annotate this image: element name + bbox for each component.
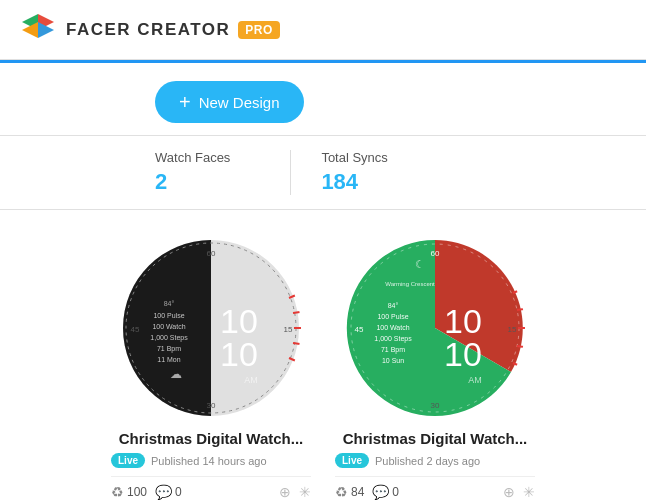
- hearts-count-1: 84: [351, 485, 364, 499]
- svg-text:1,000 Steps: 1,000 Steps: [150, 334, 188, 342]
- watch-meta-0: Live Published 14 hours ago: [111, 453, 311, 468]
- svg-text:15: 15: [508, 325, 517, 334]
- plus-icon: +: [179, 92, 191, 112]
- brand-name: FACER CREATOR: [66, 20, 230, 40]
- svg-text:1,000 Steps: 1,000 Steps: [374, 335, 412, 343]
- watches-grid: 60 30 45 15 84° 100 Pulse 100 Watch 1,00…: [0, 210, 646, 500]
- watch-card-0: 60 30 45 15 84° 100 Pulse 100 Watch 1,00…: [111, 238, 311, 500]
- svg-line-30: [517, 309, 524, 310]
- app-header: FACER CREATOR PRO: [0, 0, 646, 60]
- new-design-button[interactable]: + New Design: [155, 81, 304, 123]
- app-logo-icon: [20, 12, 56, 48]
- svg-line-12: [293, 312, 300, 313]
- total-syncs-stat: Total Syncs 184: [290, 150, 417, 195]
- svg-text:10: 10: [220, 335, 258, 373]
- published-text-1: Published 2 days ago: [375, 455, 480, 467]
- svg-text:☁: ☁: [170, 367, 182, 381]
- svg-text:84°: 84°: [164, 300, 175, 307]
- svg-text:30: 30: [207, 401, 216, 410]
- watch-faces-stat: Watch Faces 2: [155, 150, 260, 195]
- watch-faces-label: Watch Faces: [155, 150, 230, 165]
- hearts-count-0: 100: [127, 485, 147, 499]
- new-design-label: New Design: [199, 94, 280, 111]
- svg-text:45: 45: [355, 325, 364, 334]
- total-syncs-value: 184: [321, 169, 387, 195]
- svg-text:10: 10: [444, 335, 482, 373]
- svg-text:Warming Crescent: Warming Crescent: [385, 281, 435, 287]
- svg-text:☾: ☾: [415, 258, 425, 270]
- svg-text:100 Watch: 100 Watch: [152, 323, 185, 330]
- svg-text:100 Pulse: 100 Pulse: [153, 312, 184, 319]
- pro-badge: PRO: [238, 21, 280, 39]
- svg-text:11 Mon: 11 Mon: [157, 356, 180, 363]
- comment-icon-1: 💬: [372, 484, 389, 500]
- comment-icon-0: 💬: [155, 484, 172, 500]
- svg-text:45: 45: [131, 325, 140, 334]
- published-text-0: Published 14 hours ago: [151, 455, 267, 467]
- svg-line-32: [517, 346, 524, 347]
- watch-stats-0: ♻ 100 💬 0 ⊕ ✳: [111, 476, 311, 500]
- comments-count-0: 0: [175, 485, 182, 499]
- svg-text:60: 60: [207, 249, 216, 258]
- svg-text:60: 60: [431, 249, 440, 258]
- svg-text:84°: 84°: [388, 302, 399, 309]
- watch-meta-1: Live Published 2 days ago: [335, 453, 535, 468]
- watch-stats-1: ♻ 84 💬 0 ⊕ ✳: [335, 476, 535, 500]
- svg-text:71 Bpm: 71 Bpm: [157, 345, 181, 353]
- android-icon-0[interactable]: ⊕: [279, 484, 291, 500]
- watch-face-0[interactable]: 60 30 45 15 84° 100 Pulse 100 Watch 1,00…: [121, 238, 301, 418]
- android-icon-1[interactable]: ⊕: [503, 484, 515, 500]
- new-design-area: + New Design: [0, 63, 646, 136]
- live-badge-1: Live: [335, 453, 369, 468]
- watch-name-0: Christmas Digital Watch...: [119, 430, 303, 447]
- svg-text:10 Sun: 10 Sun: [382, 357, 404, 364]
- svg-text:100 Watch: 100 Watch: [376, 324, 409, 331]
- stats-row: Watch Faces 2 Total Syncs 184: [0, 136, 646, 210]
- svg-line-14: [293, 343, 300, 344]
- action-icons-0: ⊕ ✳: [279, 484, 311, 500]
- heart-icon-1: ♻: [335, 484, 348, 500]
- heart-icon-0: ♻: [111, 484, 124, 500]
- action-icons-1: ⊕ ✳: [503, 484, 535, 500]
- share-icon-0[interactable]: ✳: [299, 484, 311, 500]
- comments-stat-1: 💬 0: [372, 484, 399, 500]
- svg-text:71 Bpm: 71 Bpm: [381, 346, 405, 354]
- svg-text:100 Pulse: 100 Pulse: [377, 313, 408, 320]
- hearts-stat-0: ♻ 100: [111, 484, 147, 500]
- total-syncs-label: Total Syncs: [321, 150, 387, 165]
- live-badge-0: Live: [111, 453, 145, 468]
- share-icon-1[interactable]: ✳: [523, 484, 535, 500]
- svg-text:30: 30: [431, 401, 440, 410]
- watch-name-1: Christmas Digital Watch...: [343, 430, 527, 447]
- svg-text:15: 15: [284, 325, 293, 334]
- svg-text:AM: AM: [244, 375, 258, 385]
- watch-card-1: 60 30 45 15 ☾ Warming Crescent 84° 100 P…: [335, 238, 535, 500]
- svg-text:AM: AM: [468, 375, 482, 385]
- hearts-stat-1: ♻ 84: [335, 484, 364, 500]
- comments-count-1: 0: [392, 485, 399, 499]
- watch-face-1[interactable]: 60 30 45 15 ☾ Warming Crescent 84° 100 P…: [345, 238, 525, 418]
- comments-stat-0: 💬 0: [155, 484, 182, 500]
- watch-faces-value: 2: [155, 169, 230, 195]
